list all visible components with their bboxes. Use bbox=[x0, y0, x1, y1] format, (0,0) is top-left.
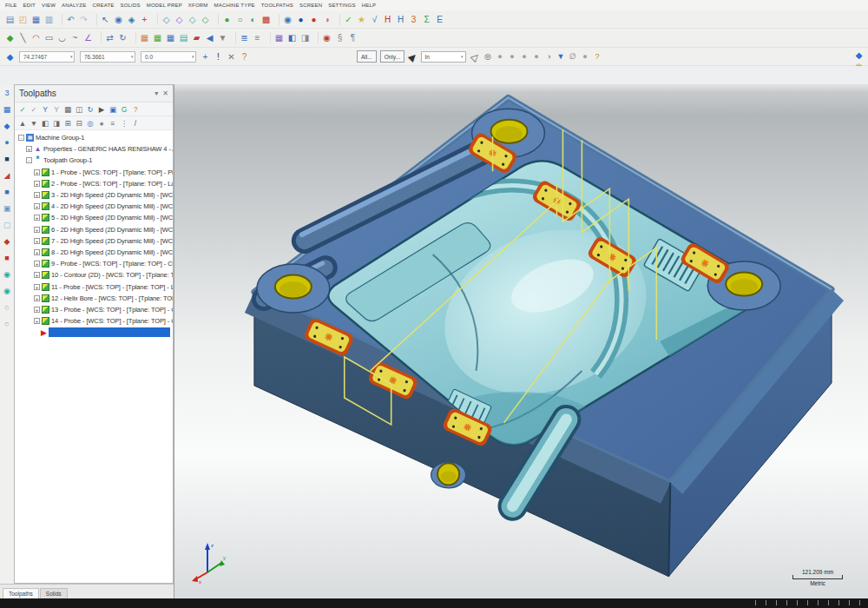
backplot-icon[interactable]: ▶ bbox=[96, 104, 107, 115]
expand-icon[interactable]: + bbox=[34, 307, 40, 313]
cplane-icon[interactable]: ▦ bbox=[2, 104, 12, 115]
analyze-dynamic-icon[interactable]: ● bbox=[308, 14, 319, 25]
analyze-angle-icon[interactable]: ◑ bbox=[321, 14, 332, 25]
list-icon[interactable]: ≡ bbox=[108, 118, 118, 129]
sum-icon[interactable]: Σ bbox=[421, 14, 432, 25]
expand-icon[interactable]: + bbox=[34, 203, 40, 209]
in-dropdown[interactable]: In▾ bbox=[421, 51, 466, 63]
parameters-icon[interactable]: ▦ bbox=[62, 104, 73, 115]
collapse-icon[interactable]: - bbox=[18, 135, 24, 141]
hole-axis-icon[interactable]: H bbox=[395, 14, 406, 25]
analyze-surface-icon[interactable]: √ bbox=[369, 14, 380, 25]
toolpath-up-icon[interactable]: ▲ bbox=[17, 118, 28, 129]
tree-item-3[interactable]: +1 - Probe - [WCS: TOP] - [Tplane: TOP] … bbox=[15, 167, 173, 178]
wireframe-view-icon[interactable]: ○ bbox=[234, 14, 246, 25]
filter-icon[interactable]: Y bbox=[40, 104, 50, 115]
expand-icon[interactable]: + bbox=[34, 238, 40, 244]
material-view-icon[interactable]: ▩ bbox=[260, 14, 272, 25]
globe-gray2-icon[interactable]: ○ bbox=[2, 319, 12, 329]
autocursor-gnomon-icon[interactable]: ◆ bbox=[4, 51, 16, 63]
pan-icon[interactable]: + bbox=[139, 14, 150, 25]
red-solid-icon[interactable]: ◆ bbox=[2, 236, 12, 247]
tree-item-7[interactable]: +5 - 2D High Speed (2D Dynamic Mill) - [… bbox=[15, 212, 173, 223]
solids-shell-icon[interactable]: ▤ bbox=[178, 32, 189, 43]
tree-item-9[interactable]: +7 - 2D High Speed (2D Dynamic Mill) - [… bbox=[15, 235, 173, 247]
create-fillet-icon[interactable]: ◡ bbox=[56, 32, 68, 43]
menu-item-edit[interactable]: EDIT bbox=[23, 3, 35, 8]
expand-icon[interactable]: + bbox=[34, 249, 40, 255]
select-none-icon[interactable]: ✓ bbox=[29, 104, 39, 115]
clear-selection-icon[interactable]: ✕ bbox=[226, 51, 237, 63]
tab-toolpaths[interactable]: Toolpaths bbox=[3, 588, 39, 598]
expand-icon[interactable]: + bbox=[34, 215, 40, 221]
tab-solids[interactable]: Solids bbox=[40, 588, 68, 598]
solids-extrude-icon[interactable]: ▦ bbox=[139, 32, 150, 43]
mask-wireframe-icon[interactable]: ● bbox=[495, 51, 505, 62]
tree-item-1[interactable]: +▲Properties - GENERIC HAAS RENISHAW 4 -… bbox=[15, 143, 173, 155]
mask-groups-icon[interactable]: ● bbox=[580, 51, 590, 62]
red-cube-icon[interactable]: ■ bbox=[2, 253, 12, 263]
cube-icon[interactable]: ■ bbox=[2, 187, 12, 197]
solids-boolean-icon[interactable]: ▦ bbox=[152, 32, 163, 43]
check-icon[interactable]: ✓ bbox=[343, 14, 354, 25]
shaded-view-icon[interactable]: ● bbox=[221, 14, 233, 25]
create-chamfer-icon[interactable]: ∠ bbox=[82, 32, 94, 43]
grid-snap-icon[interactable]: ◉ bbox=[321, 32, 332, 43]
solids-history-icon[interactable]: ◀ bbox=[204, 32, 215, 43]
expand-icon[interactable]: + bbox=[34, 192, 40, 198]
mask-colors-icon[interactable]: ◑ bbox=[543, 51, 554, 62]
3d-toggle-icon[interactable]: 3 bbox=[408, 14, 419, 25]
select-verify-icon[interactable]: ◎ bbox=[483, 51, 493, 62]
insert-position-bar[interactable] bbox=[49, 327, 170, 337]
select-all-operations-icon[interactable]: ✓ bbox=[17, 104, 28, 115]
display-toolpath-icon[interactable]: ◎ bbox=[85, 118, 95, 129]
tree-item-5[interactable]: +3 - 2D High Speed (2D Dynamic Mill) - [… bbox=[15, 189, 173, 201]
expand-icon[interactable]: + bbox=[34, 181, 40, 187]
tree-item-10[interactable]: +8 - 2D High Speed (2D Dynamic Mill) - [… bbox=[15, 247, 173, 258]
more-options-icon[interactable]: ▼ bbox=[217, 32, 228, 43]
shaded-edges-icon[interactable]: ◐ bbox=[247, 14, 259, 25]
sphere-tool-icon[interactable]: ● bbox=[2, 137, 12, 148]
wedge-icon[interactable]: ◢ bbox=[2, 170, 12, 181]
attributes-icon[interactable]: ≡ bbox=[252, 32, 263, 43]
mask-drafting-icon[interactable]: ● bbox=[531, 51, 542, 62]
levels-icon[interactable]: ≣ bbox=[239, 32, 250, 43]
expand-icon[interactable]: + bbox=[34, 261, 40, 267]
solids-fillet-icon[interactable]: ▦ bbox=[165, 32, 176, 43]
menu-item-screen[interactable]: SCREEN bbox=[299, 3, 322, 8]
analyze-distance-icon[interactable]: ● bbox=[295, 14, 306, 25]
filter-off-icon[interactable]: Y bbox=[51, 104, 62, 115]
selection-cursor-icon[interactable]: ↖ bbox=[100, 14, 111, 25]
expand-icon[interactable]: + bbox=[34, 284, 40, 290]
expand-icon[interactable]: + bbox=[34, 318, 40, 324]
tree-item-16[interactable]: +14 - Probe - [WCS: TOP] - [Tplane: TOP]… bbox=[15, 315, 173, 327]
menu-item-settings[interactable]: SETTINGS bbox=[328, 3, 356, 8]
redo-icon[interactable]: ↷ bbox=[78, 14, 89, 25]
options-icon[interactable]: ¶ bbox=[347, 32, 358, 43]
new-file-icon[interactable]: ▤ bbox=[4, 14, 16, 25]
highlight-icon[interactable]: H bbox=[382, 14, 393, 25]
mask-surfaces-icon[interactable]: ● bbox=[507, 51, 517, 62]
pin-icon[interactable]: ▾ bbox=[155, 89, 158, 97]
graphics-viewport[interactable]: z y x 121.209 mm Metric bbox=[174, 84, 868, 598]
expand-icon[interactable]: + bbox=[34, 227, 40, 233]
menu-item-analyze[interactable]: ANALYZE bbox=[62, 3, 86, 8]
create-line-icon[interactable]: ╲ bbox=[17, 32, 29, 43]
cube-outline-icon[interactable]: ▣ bbox=[2, 203, 12, 214]
analyze-entity-icon[interactable]: ◉ bbox=[282, 14, 293, 25]
verify-icon[interactable]: ▣ bbox=[108, 104, 118, 115]
planes-icon[interactable]: ▦ bbox=[273, 32, 285, 43]
regenerate-icon[interactable]: ↻ bbox=[85, 104, 95, 115]
dark-cube-icon[interactable]: ■ bbox=[2, 154, 12, 164]
tree-item-11[interactable]: +9 - Probe - [WCS: TOP] - [Tplane: TOP] … bbox=[15, 258, 173, 269]
create-rectangle-icon[interactable]: ▭ bbox=[43, 32, 55, 43]
expand-icon[interactable]: + bbox=[34, 272, 40, 278]
menu-item-view[interactable]: VIEW bbox=[42, 3, 56, 8]
open-file-icon[interactable]: ◰ bbox=[17, 14, 29, 25]
globe2-icon[interactable]: ◉ bbox=[2, 286, 12, 296]
viewport-3d-model[interactable] bbox=[174, 84, 868, 598]
z-field-caret-icon[interactable]: ▾ bbox=[192, 54, 194, 59]
explode-icon[interactable]: E bbox=[434, 14, 445, 25]
toolpath-down-icon[interactable]: ▼ bbox=[29, 118, 39, 129]
expand-all-icon[interactable]: ⊞ bbox=[62, 118, 73, 129]
